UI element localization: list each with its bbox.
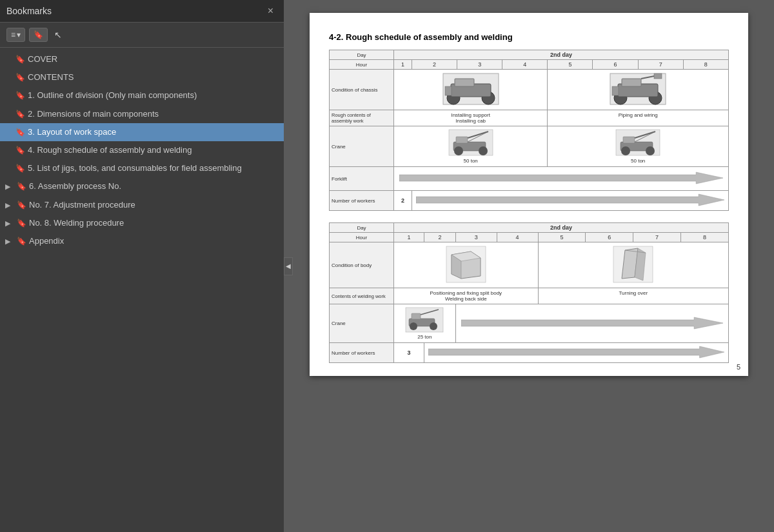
svg-rect-11 bbox=[612, 86, 619, 95]
document-page: 4-2. Rough schedule of assembly and weld… bbox=[310, 13, 748, 376]
expand-arrow-item9[interactable]: ▶ bbox=[5, 237, 13, 246]
bookmark-item-item4[interactable]: 🔖4. Rough schedule of assembly and weldi… bbox=[0, 141, 284, 159]
svg-point-40 bbox=[410, 322, 417, 330]
expand-arrow-item7[interactable]: ▶ bbox=[5, 201, 13, 210]
t2-hour-4: 4 bbox=[497, 233, 538, 242]
workers-count-2: 3 bbox=[394, 343, 424, 363]
welding-work-label: Contents of welding work bbox=[330, 288, 394, 304]
body-left-image bbox=[445, 245, 487, 284]
t2-hour-5: 5 bbox=[538, 233, 586, 242]
hour-6: 6 bbox=[593, 60, 638, 70]
crane-right-caption: 50 ton bbox=[550, 158, 726, 164]
hour-label-2: Hour bbox=[330, 233, 394, 242]
crane2-arrow-cell bbox=[455, 304, 728, 343]
bookmark-label-item4: 4. Rough schedule of assembly and weldin… bbox=[28, 144, 277, 156]
hour-3: 3 bbox=[457, 60, 502, 70]
cursor-icon: ↖ bbox=[54, 30, 62, 40]
welding-work-left-text: Positioning and fixing split bodyWelding… bbox=[394, 288, 539, 304]
assembly-work-left-text: Installing supportInstalling cab bbox=[394, 110, 548, 126]
workers-arrow-2 bbox=[428, 346, 724, 359]
bookmark-label-item2: 2. Dimensions of main components bbox=[28, 108, 277, 120]
crane-label-1: Crane bbox=[330, 126, 394, 167]
section-title: 4-2. Rough schedule of assembly and weld… bbox=[329, 32, 729, 42]
bookmark-label-item3: 3. Layout of work space bbox=[28, 126, 277, 138]
bookmark-item-item7[interactable]: ▶🔖No. 7. Adjustment procedure bbox=[0, 196, 284, 214]
chassis-left-image bbox=[442, 72, 500, 106]
svg-marker-45 bbox=[428, 346, 724, 358]
hour-1: 1 bbox=[394, 60, 412, 70]
schedule-table-2: Day 2nd day Hour 1 2 3 4 5 6 7 8 bbox=[329, 222, 729, 363]
bookmark-item-item5[interactable]: 🔖5. List of jigs, tools, and consumables… bbox=[0, 159, 284, 177]
page-number: 5 bbox=[737, 363, 740, 371]
crane2-image-cell: 25 ton bbox=[394, 304, 456, 343]
bookmark-item-item6[interactable]: ▶🔖6. Assembly process No. bbox=[0, 177, 284, 195]
assembly-work-right-text: Piping and wiring bbox=[548, 110, 729, 126]
body-image-right-cell bbox=[538, 242, 728, 288]
svg-rect-4 bbox=[455, 79, 474, 86]
bookmark-item-item9[interactable]: ▶🔖Appendix bbox=[0, 232, 284, 250]
sidebar-collapse-button[interactable]: ◀ bbox=[284, 257, 293, 275]
svg-point-24 bbox=[646, 146, 655, 155]
hour-5: 5 bbox=[548, 60, 593, 70]
bookmark-label-cover: COVER bbox=[28, 54, 277, 65]
sidebar-title: Bookmarks bbox=[6, 6, 52, 16]
svg-marker-29 bbox=[416, 194, 724, 206]
crane-right-image bbox=[615, 129, 660, 156]
body-image-left-cell bbox=[394, 242, 539, 288]
crane-left-image bbox=[448, 129, 493, 156]
welding-work-right-text: Turning over bbox=[538, 288, 728, 304]
svg-point-17 bbox=[479, 146, 488, 155]
bookmark-item-item1[interactable]: 🔖1. Outline of division (Only main compo… bbox=[0, 86, 284, 104]
workers-label-2: Number of workers bbox=[330, 343, 394, 363]
hour-8: 8 bbox=[683, 60, 728, 70]
svg-marker-44 bbox=[461, 317, 723, 329]
crane-image-left-cell: 50 ton bbox=[394, 126, 548, 167]
bookmark-icon-item4: 🔖 bbox=[15, 145, 25, 156]
bookmark-icon: 🔖 bbox=[34, 30, 43, 39]
svg-rect-10 bbox=[622, 79, 641, 86]
bookmark-icon-item6: 🔖 bbox=[17, 181, 26, 192]
bookmark-item-item2[interactable]: 🔖2. Dimensions of main components bbox=[0, 105, 284, 123]
svg-rect-25 bbox=[623, 137, 635, 143]
bookmark-item-item8[interactable]: ▶🔖No. 8. Welding procedure bbox=[0, 214, 284, 232]
crane2-arrow bbox=[461, 316, 723, 330]
forklift-arrow-cell bbox=[394, 167, 729, 191]
close-button[interactable]: × bbox=[264, 4, 277, 18]
crane-image-right-cell: 50 ton bbox=[548, 126, 729, 167]
expand-arrow-item6[interactable]: ▶ bbox=[5, 182, 13, 192]
sidebar-header: Bookmarks × bbox=[0, 0, 284, 23]
expand-arrow-item8[interactable]: ▶ bbox=[5, 219, 13, 228]
svg-marker-28 bbox=[399, 172, 723, 184]
forklift-label: Forklift bbox=[330, 167, 394, 191]
bookmark-icon-cover: 🔖 bbox=[15, 54, 25, 65]
forklift-arrow bbox=[399, 171, 723, 185]
sidebar-toolbar: ≡ ▾ 🔖 ↖ bbox=[0, 23, 284, 48]
day-label: Day bbox=[330, 50, 394, 60]
bookmark-label-contents: CONTENTS bbox=[28, 72, 277, 83]
bookmark-item-contents[interactable]: 🔖CONTENTS bbox=[0, 68, 284, 86]
bookmark-item-cover[interactable]: 🔖COVER bbox=[0, 50, 284, 68]
chassis-image-right-cell bbox=[548, 70, 729, 110]
t2-hour-7: 7 bbox=[633, 233, 681, 242]
bookmark-label-item5: 5. List of jigs, tools, and consumables … bbox=[28, 163, 277, 174]
crane2-caption: 25 ton bbox=[395, 334, 454, 340]
sidebar: Bookmarks × ≡ ▾ 🔖 ↖ 🔖COVER🔖CONTENTS🔖1. O… bbox=[0, 0, 284, 532]
bookmark-icon-item2: 🔖 bbox=[15, 109, 25, 120]
bookmark-label-item7: No. 7. Adjustment procedure bbox=[29, 199, 277, 211]
schedule-table-1: Day 2nd day Hour 1 2 3 4 5 6 7 8 bbox=[329, 50, 729, 211]
t2-hour-2: 2 bbox=[424, 233, 456, 242]
workers-count-1: 2 bbox=[394, 191, 412, 211]
bookmark-label-item8: No. 8. Welding procedure bbox=[29, 217, 277, 229]
bookmark-label-item1: 1. Outline of division (Only main compon… bbox=[28, 90, 277, 101]
svg-point-23 bbox=[621, 146, 630, 155]
crane-label-2: Crane bbox=[330, 304, 394, 343]
list-view-button[interactable]: ≡ ▾ bbox=[6, 28, 25, 42]
hour-2: 2 bbox=[412, 60, 457, 70]
body-right-image bbox=[612, 245, 654, 284]
bookmark-icon-contents: 🔖 bbox=[15, 72, 25, 83]
chassis-label: Condition of chassis bbox=[330, 70, 394, 110]
bookmark-item-item3[interactable]: 🔖3. Layout of work space bbox=[0, 123, 284, 141]
dropdown-arrow: ▾ bbox=[17, 30, 21, 39]
bookmark-icon-item8: 🔖 bbox=[17, 218, 26, 229]
bookmark-button[interactable]: 🔖 bbox=[29, 28, 48, 42]
